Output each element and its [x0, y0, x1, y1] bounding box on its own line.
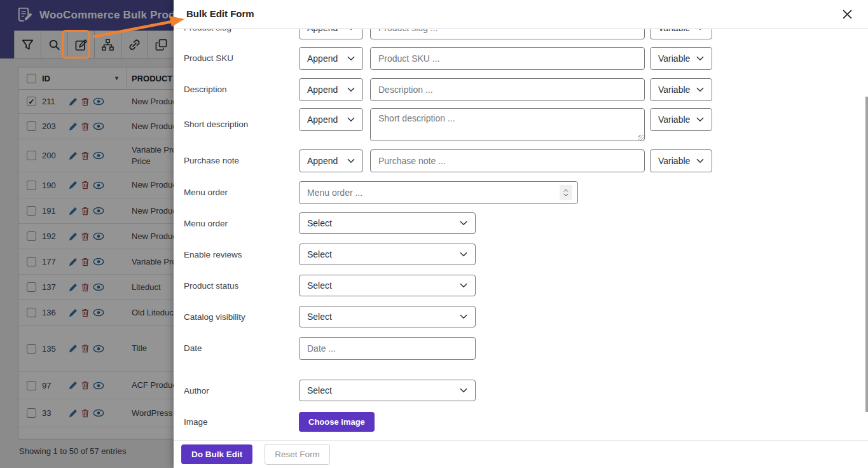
product-slug-input[interactable]	[370, 29, 645, 39]
modal-body: Product slug Append Variable Product SKU…	[174, 29, 868, 440]
field-label: Date	[184, 337, 293, 360]
chevron-down-icon	[696, 29, 704, 31]
chevron-down-icon	[460, 252, 467, 257]
scope-select[interactable]: Variable	[650, 108, 712, 131]
do-bulk-edit-button[interactable]: Do Bulk Edit	[181, 444, 252, 464]
resize-handle-icon[interactable]	[638, 135, 644, 141]
chevron-down-icon	[696, 117, 704, 122]
chevron-down-icon	[347, 117, 355, 122]
modal-footer: Do Bulk Edit Reset Form	[174, 440, 868, 468]
bulk-edit-modal: Bulk Edit Form Product slug Append Varia…	[174, 0, 868, 468]
field-label: Purchase note	[184, 149, 293, 172]
catalog-visibility-select[interactable]: Select	[299, 306, 476, 327]
number-stepper[interactable]	[560, 185, 572, 200]
reset-form-button[interactable]: Reset Form	[265, 444, 330, 465]
chevron-down-icon	[696, 56, 704, 61]
modal-header: Bulk Edit Form	[174, 0, 868, 29]
chevron-down-icon	[347, 29, 355, 31]
step-up-icon[interactable]	[563, 189, 568, 192]
field-label: Description	[184, 78, 293, 101]
mode-select[interactable]: Append	[299, 29, 363, 39]
field-label: Product SKU	[184, 47, 293, 70]
date-input[interactable]	[299, 337, 476, 360]
scope-select[interactable]: Variable	[650, 47, 712, 70]
scope-select[interactable]: Variable	[650, 78, 712, 101]
field-label: Enable reviews	[184, 244, 293, 266]
field-label: Short description	[184, 108, 293, 141]
chevron-down-icon	[460, 314, 467, 319]
mode-select[interactable]: Append	[299, 78, 363, 101]
close-icon	[842, 9, 853, 20]
field-label: Product status	[184, 275, 293, 298]
field-label: Menu order	[184, 181, 293, 204]
menu-order-input[interactable]	[299, 181, 578, 204]
description-input[interactable]	[370, 78, 645, 101]
mode-select[interactable]: Append	[299, 108, 363, 131]
choose-image-button[interactable]: Choose image	[299, 412, 375, 432]
chevron-down-icon	[460, 388, 467, 393]
field-label: Catalog visibility	[184, 306, 293, 329]
chevron-down-icon	[696, 87, 704, 92]
menu-order-select[interactable]: Select	[299, 212, 476, 234]
mode-select[interactable]: Append	[299, 47, 363, 70]
short-description-textarea[interactable]	[370, 108, 645, 141]
chevron-down-icon	[347, 87, 355, 92]
chevron-down-icon	[460, 283, 467, 288]
chevron-down-icon	[460, 221, 467, 226]
scope-select[interactable]: Variable	[650, 29, 712, 39]
modal-title: Bulk Edit Form	[186, 8, 254, 19]
field-label: Product slug	[184, 29, 293, 39]
field-label: Menu order	[184, 212, 293, 235]
chevron-down-icon	[696, 158, 704, 163]
field-label: Image	[184, 412, 293, 432]
tour-arrow-icon	[88, 13, 186, 43]
close-button[interactable]	[842, 9, 853, 20]
scope-select[interactable]: Variable	[650, 149, 712, 172]
chevron-down-icon	[347, 158, 355, 163]
tour-highlight-box	[62, 30, 90, 59]
product-status-select[interactable]: Select	[299, 275, 476, 296]
screen: WooCommerce Bulk Product ID ▼ PRODUCT TI…	[0, 0, 868, 468]
chevron-down-icon	[347, 56, 355, 61]
purchase-note-input[interactable]	[370, 149, 645, 172]
field-label: Author	[184, 380, 293, 403]
modal-scrollbar[interactable]	[865, 97, 868, 412]
step-down-icon[interactable]	[563, 193, 568, 196]
author-select[interactable]: Select	[299, 380, 476, 401]
enable-reviews-select[interactable]: Select	[299, 244, 476, 265]
mode-select[interactable]: Append	[299, 149, 363, 172]
product-sku-input[interactable]	[370, 47, 645, 70]
